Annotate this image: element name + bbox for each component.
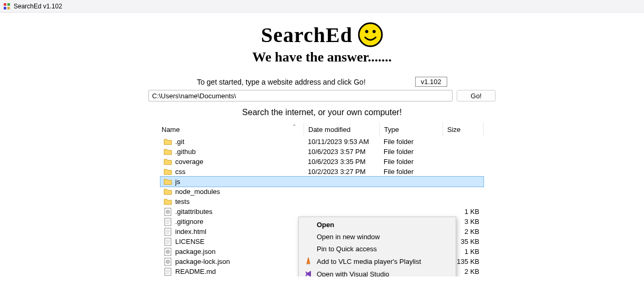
- gear-file-icon: [164, 258, 172, 266]
- file-type: File folder: [379, 158, 442, 166]
- svg-rect-32: [306, 264, 310, 265]
- file-icon: [164, 218, 172, 226]
- address-input[interactable]: [148, 90, 452, 101]
- context-menu: OpenOpen in new windowPin to Quick acces…: [298, 217, 456, 276]
- sort-caret-icon: ⌃: [292, 124, 296, 129]
- file-list: Name ⌃ Date modified Type Size .git10/11…: [160, 122, 484, 276]
- file-size: 1 KB: [442, 208, 484, 216]
- file-row[interactable]: .github10/6/2023 3:57 PMFile folder: [160, 147, 484, 157]
- folder-icon: [164, 138, 172, 146]
- menu-item[interactable]: Open in new window: [300, 231, 455, 243]
- menu-label: Add to VLC media player's Playlist: [317, 258, 448, 265]
- folder-icon: [164, 188, 172, 196]
- gear-file-icon: [164, 248, 172, 256]
- file-name: .git: [175, 138, 184, 146]
- file-name: coverage: [175, 158, 203, 166]
- version-label: v1.102: [415, 77, 447, 87]
- file-type: File folder: [379, 168, 442, 176]
- svg-point-9: [167, 211, 168, 212]
- svg-rect-0: [4, 3, 6, 6]
- col-type[interactable]: Type: [379, 122, 442, 137]
- vs-icon: [304, 270, 313, 276]
- vlc-icon: [304, 257, 313, 265]
- file-type: File folder: [379, 138, 442, 146]
- svg-point-27: [167, 261, 168, 262]
- file-name: css: [175, 168, 186, 176]
- menu-item[interactable]: Open: [300, 219, 455, 231]
- file-date: 10/6/2023 3:35 PM: [304, 158, 379, 166]
- folder-icon: [164, 158, 172, 166]
- file-name: tests: [175, 198, 189, 206]
- hint-text: To get started, type a website address a…: [197, 78, 366, 86]
- menu-item[interactable]: Open with Visual Studio: [300, 268, 455, 276]
- go-button[interactable]: Go!: [457, 90, 496, 101]
- col-name[interactable]: Name ⌃: [160, 122, 304, 137]
- svg-point-5: [365, 30, 368, 33]
- svg-rect-2: [4, 7, 6, 9]
- svg-point-4: [359, 23, 382, 46]
- folder-icon: [164, 148, 172, 156]
- window-title: SearchEd v1.102: [14, 3, 62, 10]
- file-type: File folder: [379, 148, 442, 156]
- menu-label: Open with Visual Studio: [317, 270, 448, 277]
- file-row[interactable]: .git10/11/2023 9:53 AMFile folder: [160, 137, 484, 147]
- file-name: LICENSE: [175, 238, 205, 245]
- logo: SearchEd: [261, 22, 383, 47]
- file-row[interactable]: js: [160, 177, 484, 187]
- folder-icon: [164, 198, 172, 206]
- file-row[interactable]: .gitattributes1 KB: [160, 207, 484, 217]
- file-icon: [164, 228, 172, 236]
- file-name: index.html: [175, 228, 206, 235]
- file-icon: [164, 268, 172, 276]
- file-row[interactable]: css10/2/2023 3:27 PMFile folder: [160, 167, 484, 177]
- file-name: .gitattributes: [175, 208, 213, 216]
- file-date: 10/11/2023 9:53 AM: [304, 138, 379, 146]
- folder-icon: [164, 168, 172, 176]
- subheading: Search the internet, or your own compute…: [0, 108, 644, 117]
- file-row[interactable]: node_modules: [160, 187, 484, 197]
- file-row[interactable]: tests: [160, 197, 484, 207]
- svg-rect-1: [7, 3, 10, 6]
- menu-label: Pin to Quick access: [317, 245, 448, 253]
- svg-point-24: [167, 251, 168, 252]
- menu-item[interactable]: Pin to Quick access: [300, 243, 455, 255]
- col-size[interactable]: Size: [442, 122, 484, 137]
- title-bar: SearchEd v1.102: [0, 0, 644, 13]
- menu-label: Open: [317, 221, 448, 229]
- tagline: We have the answer.......: [0, 49, 644, 65]
- file-icon: [164, 238, 172, 246]
- file-name: README.md: [175, 268, 216, 275]
- file-name: package.json: [175, 248, 216, 255]
- col-date[interactable]: Date modified: [304, 122, 379, 137]
- menu-label: Open in new window: [317, 233, 448, 241]
- file-name: node_modules: [175, 188, 220, 196]
- logo-text: SearchEd: [261, 23, 353, 47]
- column-headers: Name ⌃ Date modified Type Size: [160, 122, 484, 137]
- file-date: 10/6/2023 3:57 PM: [304, 148, 379, 156]
- app-icon: [3, 3, 11, 10]
- menu-item[interactable]: Add to VLC media player's Playlist: [300, 255, 455, 268]
- file-name: .gitignore: [175, 218, 203, 226]
- svg-point-6: [373, 30, 376, 33]
- folder-icon: [164, 178, 172, 186]
- smiley-icon: [358, 22, 383, 47]
- svg-rect-3: [7, 7, 10, 9]
- file-name: js: [175, 178, 180, 186]
- gear-file-icon: [164, 208, 172, 216]
- file-date: 10/2/2023 3:27 PM: [304, 168, 379, 176]
- file-row[interactable]: coverage10/6/2023 3:35 PMFile folder: [160, 157, 484, 167]
- file-name: package-lock.json: [175, 258, 230, 265]
- file-name: .github: [175, 148, 196, 156]
